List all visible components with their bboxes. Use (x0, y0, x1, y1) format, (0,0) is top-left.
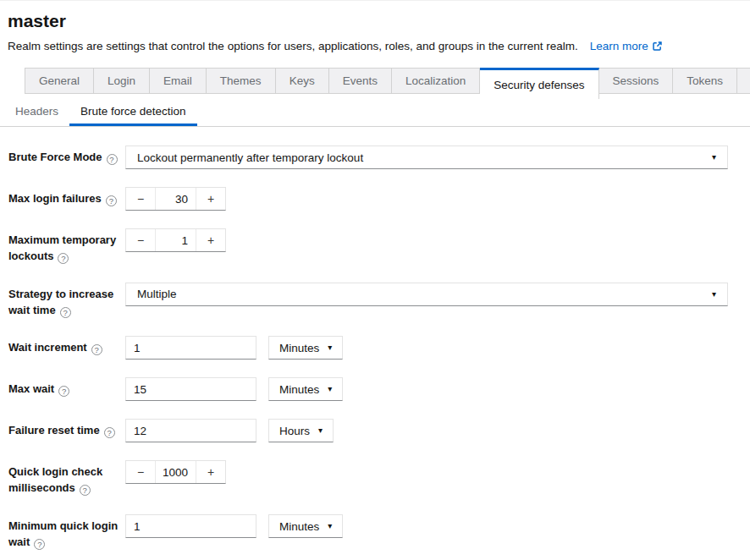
field-row-failure-reset-time: Failure reset time? Hours ▾ (8, 419, 728, 442)
plus-button[interactable]: + (196, 229, 225, 251)
unit-value: Hours (279, 425, 310, 437)
tab-tokens[interactable]: Tokens (673, 68, 737, 94)
failure-reset-time-input[interactable] (125, 419, 256, 442)
stepper-value[interactable]: 1000 (155, 461, 196, 483)
help-icon[interactable]: ? (80, 485, 91, 496)
help-icon[interactable]: ? (91, 344, 102, 355)
chevron-down-icon: ▾ (318, 426, 323, 435)
tab-localization[interactable]: Localization (392, 68, 480, 94)
field-row-max-wait: Max wait? Minutes ▾ (8, 377, 728, 401)
field-label-text: Failure reset time (8, 424, 100, 436)
tab-label: General (39, 74, 80, 87)
field-label: Brute Force Mode? (8, 145, 125, 166)
unit-value: Minutes (279, 383, 319, 396)
tab-events[interactable]: Events (329, 68, 392, 94)
help-icon[interactable]: ? (104, 427, 115, 438)
page-header: master Realm settings are settings that … (0, 1, 750, 54)
max-wait-input[interactable] (125, 377, 256, 401)
field-label: Wait increment? (8, 336, 125, 356)
subtab-brute-force-detection[interactable]: Brute force detection (69, 99, 197, 126)
plus-button[interactable]: + (196, 188, 225, 210)
tab-client-policies[interactable]: Client policies (737, 68, 750, 94)
max-login-failures-stepper: − 30 + (125, 187, 226, 211)
tab-label: Sessions (613, 74, 659, 87)
tab-label: Keys (290, 74, 315, 87)
stepper-value[interactable]: 30 (155, 188, 196, 210)
field-label: Maximum temporary lockouts? (8, 228, 125, 265)
help-icon[interactable]: ? (34, 539, 45, 550)
help-icon[interactable]: ? (106, 195, 117, 206)
minimum-quick-login-wait-unit-select[interactable]: Minutes ▾ (268, 514, 343, 538)
field-row-maximum-temporary-lockouts: Maximum temporary lockouts? − 1 + (8, 228, 728, 265)
help-icon[interactable]: ? (58, 253, 69, 264)
minus-button[interactable]: − (126, 229, 155, 251)
max-wait-unit-select[interactable]: Minutes ▾ (268, 377, 343, 401)
field-label-text: Max login failures (8, 192, 102, 205)
tab-label: Events (343, 74, 378, 87)
tab-security-defenses[interactable]: Security defenses (480, 68, 598, 99)
tab-email[interactable]: Email (150, 68, 207, 94)
selected-value: Lockout permanently after temporary lock… (137, 151, 363, 164)
minus-button[interactable]: − (126, 461, 155, 483)
realm-description-text: Realm settings are settings that control… (8, 40, 578, 52)
chevron-down-icon: ▾ (328, 522, 332, 530)
subtab-label: Headers (15, 105, 58, 118)
field-row-max-login-failures: Max login failures? − 30 + (8, 187, 728, 211)
tab-label: Security defenses (494, 79, 584, 91)
strategy-select[interactable]: Multiple ▾ (125, 283, 728, 306)
brute-force-detection-form: Brute Force Mode? Lockout permanently af… (0, 127, 750, 551)
field-label: Max login failures? (8, 187, 125, 207)
plus-button[interactable]: + (196, 461, 225, 483)
help-icon[interactable]: ? (107, 154, 118, 165)
field-label: Quick login check milliseconds? (8, 460, 125, 497)
tab-login[interactable]: Login (94, 68, 150, 94)
quick-login-check-stepper: − 1000 + (125, 460, 226, 484)
brute-force-mode-select[interactable]: Lockout permanently after temporary lock… (125, 145, 728, 169)
tab-general[interactable]: General (25, 68, 94, 94)
tab-label: Tokens (687, 74, 723, 87)
tab-label: Login (108, 74, 135, 87)
chevron-down-icon: ▾ (328, 343, 332, 352)
maximum-temporary-lockouts-stepper: − 1 + (125, 228, 226, 252)
field-label: Strategy to increase wait time? (8, 283, 125, 319)
chevron-down-icon: ▾ (328, 385, 332, 393)
field-row-strategy-to-increase-wait-time: Strategy to increase wait time? Multiple… (8, 283, 728, 319)
minus-button[interactable]: − (126, 188, 155, 210)
subtab-headers[interactable]: Headers (4, 99, 69, 126)
stepper-value[interactable]: 1 (155, 229, 196, 251)
wait-increment-unit-select[interactable]: Minutes ▾ (268, 336, 343, 360)
tab-label: Themes (220, 74, 262, 87)
external-link-icon (652, 41, 663, 52)
help-icon[interactable]: ? (60, 307, 71, 318)
tab-themes[interactable]: Themes (207, 68, 276, 94)
realm-settings-tabs: General Login Email Themes Keys Events L… (0, 68, 750, 99)
learn-more-label: Learn more (590, 40, 648, 52)
minimum-quick-login-wait-input[interactable] (125, 514, 256, 538)
chevron-down-icon: ▾ (712, 290, 716, 299)
tab-label: Email (163, 74, 192, 87)
tab-sessions[interactable]: Sessions (599, 68, 674, 94)
field-row-wait-increment: Wait increment? Minutes ▾ (8, 336, 728, 360)
field-label: Failure reset time? (8, 419, 125, 439)
learn-more-link[interactable]: Learn more (590, 40, 663, 52)
tab-label: Localization (405, 74, 466, 87)
wait-increment-input[interactable] (125, 336, 256, 360)
failure-reset-time-unit-select[interactable]: Hours ▾ (268, 419, 334, 442)
field-label-text: Wait increment (8, 341, 87, 354)
field-label-text: Brute Force Mode (8, 151, 102, 163)
field-label: Max wait? (8, 377, 125, 398)
field-label-text: Minimum quick login wait (8, 519, 118, 548)
realm-description: Realm settings are settings that control… (8, 38, 730, 54)
help-icon[interactable]: ? (58, 386, 69, 397)
unit-value: Minutes (279, 342, 319, 354)
field-label-text: Max wait (8, 382, 54, 395)
selected-value: Multiple (137, 288, 177, 300)
field-row-minimum-quick-login-wait: Minimum quick login wait? Minutes ▾ (8, 514, 728, 551)
page-title: master (8, 12, 730, 30)
field-row-brute-force-mode: Brute Force Mode? Lockout permanently af… (8, 145, 728, 169)
field-row-quick-login-check-milliseconds: Quick login check milliseconds? − 1000 + (8, 460, 728, 497)
subtab-label: Brute force detection (80, 105, 186, 118)
tab-keys[interactable]: Keys (276, 68, 329, 94)
unit-value: Minutes (279, 520, 319, 533)
chevron-down-icon: ▾ (712, 153, 716, 162)
